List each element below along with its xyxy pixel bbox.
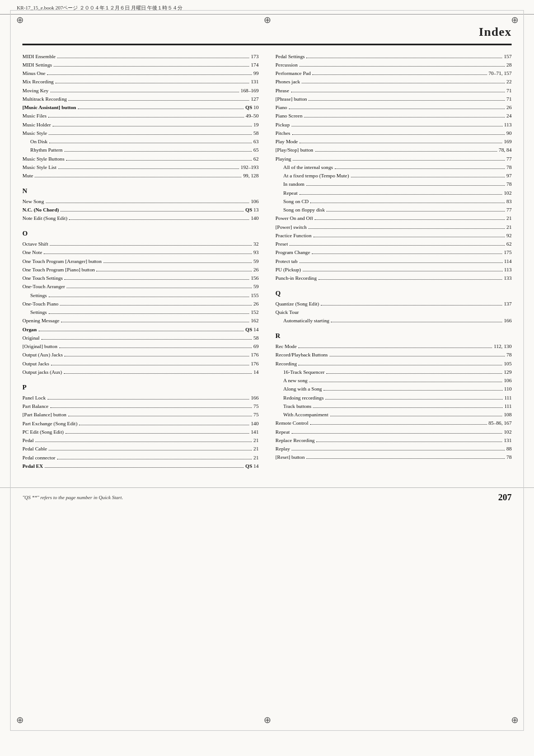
- entry-page: 26: [254, 300, 259, 308]
- entry-page: 21: [507, 214, 512, 222]
- entry-page: 24: [507, 112, 512, 120]
- entry-label: Power On and Off: [275, 214, 313, 222]
- index-entry: Note Edit (Song Edit)140: [22, 214, 259, 223]
- entry-page: 156: [251, 274, 259, 282]
- entry-label: [Original] button: [22, 342, 58, 350]
- entry-dots: [47, 74, 252, 75]
- entry-dots: [318, 279, 502, 280]
- entry-label: Pitches: [275, 129, 291, 137]
- right-column: Pedal Settings157Percussion28Performance…: [275, 52, 512, 471]
- entry-page: 102: [504, 189, 512, 197]
- entry-dots: [331, 322, 502, 322]
- entry-page: 131: [504, 436, 512, 444]
- corner-mark-top-right: ⊕: [509, 14, 520, 25]
- entry-dots: [310, 424, 487, 425]
- entry-dots: [326, 373, 502, 374]
- index-entry: Settings152: [22, 308, 259, 317]
- entry-dots: [312, 74, 487, 75]
- entry-page: 70–71, 157: [489, 69, 512, 77]
- entry-label: PC Edit (Song Edit): [22, 428, 64, 436]
- entry-dots: [351, 177, 505, 177]
- entry-page: 75: [254, 402, 259, 410]
- entry-dots: [59, 348, 252, 348]
- entry-page: 174: [251, 61, 259, 69]
- index-entry: Pedal Settings157: [275, 52, 512, 60]
- entry-page: 93: [254, 248, 259, 256]
- index-entry: New Song106: [22, 197, 259, 205]
- entry-page: 83: [507, 198, 512, 205]
- entry-label: Opening Message: [22, 317, 59, 325]
- index-entry: [Part Balance] button75: [22, 411, 259, 419]
- entry-dots: [298, 348, 492, 348]
- entry-dots: [64, 373, 252, 374]
- entry-label: Output jacks (Aux): [22, 368, 62, 376]
- entry-page: 78: [507, 453, 512, 461]
- entry-page: 127: [251, 95, 259, 103]
- corner-mark-bottom-right: ⊕: [509, 714, 520, 725]
- entry-page: 162: [251, 317, 259, 325]
- entry-dots: [293, 160, 505, 161]
- entry-label: Organ: [22, 326, 37, 334]
- entry-page: 106: [251, 198, 259, 205]
- index-entry: Music Holder19: [22, 120, 259, 129]
- index-entry: N.C. (No Chord)QS 13: [22, 206, 259, 214]
- entry-page: 166: [504, 317, 512, 325]
- index-entry: Multitrack Recording127: [22, 95, 259, 103]
- index-entry: [Reset] button78: [275, 453, 512, 462]
- entry-label: At a fixed tempo (Tempo Mute): [283, 172, 349, 180]
- entry-label: A new song: [283, 377, 307, 384]
- index-entry: On Disk63: [22, 138, 259, 146]
- entry-page: 21: [254, 454, 259, 462]
- entry-label: 16-Track Sequencer: [283, 368, 325, 376]
- entry-label: Punch-in Recording: [275, 274, 317, 282]
- page-title: Index: [479, 25, 512, 39]
- entry-dots: [44, 253, 251, 254]
- entry-label: All of the internal songs: [283, 163, 333, 171]
- entry-page: 78: [507, 163, 512, 171]
- entry-dots: [57, 58, 249, 58]
- entry-label: Music Style List: [22, 163, 57, 171]
- entry-page: 111: [504, 402, 512, 410]
- entry-page: 85–86, 167: [489, 419, 512, 427]
- section-header-n: N: [22, 186, 259, 196]
- entry-page: 113: [504, 266, 512, 274]
- entry-label: [Play/Stop] button: [275, 146, 313, 154]
- entry-dots: [48, 399, 250, 400]
- entry-label: Part Balance: [22, 402, 49, 410]
- entry-page: 192–193: [241, 163, 259, 171]
- entry-page: QS 13: [245, 206, 259, 214]
- entry-label: Moving Key: [22, 87, 49, 95]
- entry-dots: [298, 365, 502, 365]
- entry-label: Mute: [22, 172, 33, 180]
- entry-page: 14: [254, 368, 259, 376]
- entry-label: Pedal Settings: [275, 53, 305, 60]
- left-column: MIDI Ensemble173MIDI Settings174Minus On…: [22, 52, 259, 471]
- entry-label: Song on floppy disk: [283, 206, 325, 214]
- entry-label: Rhythm Pattern: [30, 146, 63, 154]
- entry-label: Multitrack Recording: [22, 95, 67, 103]
- entry-page: 102: [504, 428, 512, 436]
- index-entry: 16-Track Sequencer129: [275, 368, 512, 376]
- entry-dots: [39, 331, 244, 331]
- index-entry: Original58: [22, 334, 259, 342]
- index-entry: Music Style List192–193: [22, 163, 259, 171]
- index-entry: MIDI Ensemble173: [22, 52, 259, 60]
- entry-dots: [330, 356, 505, 356]
- entry-page: 77: [507, 155, 512, 163]
- entry-label: One Touch Program [Piano] button: [22, 266, 95, 274]
- entry-dots: [49, 134, 252, 135]
- index-entry: Quick Tour: [275, 308, 512, 317]
- index-entry: Pedal21: [22, 436, 259, 445]
- index-entry: Rec Mode112, 130: [275, 342, 512, 351]
- entry-label: Phones jack: [275, 78, 300, 86]
- entry-dots: [309, 382, 502, 382]
- index-entry: Program Change175: [275, 248, 512, 257]
- entry-dots: [330, 416, 503, 416]
- index-entry: [Phrase] button71: [275, 95, 512, 103]
- entry-label: Quantize (Song Edit): [275, 300, 319, 308]
- entry-dots: [289, 109, 505, 109]
- index-entry: With Accompaniment108: [275, 411, 512, 419]
- entry-label: Part Exchange (Song Edit): [22, 420, 77, 428]
- index-entry: One Touch Program [Arranger] button59: [22, 257, 259, 265]
- entry-dots: [35, 177, 241, 177]
